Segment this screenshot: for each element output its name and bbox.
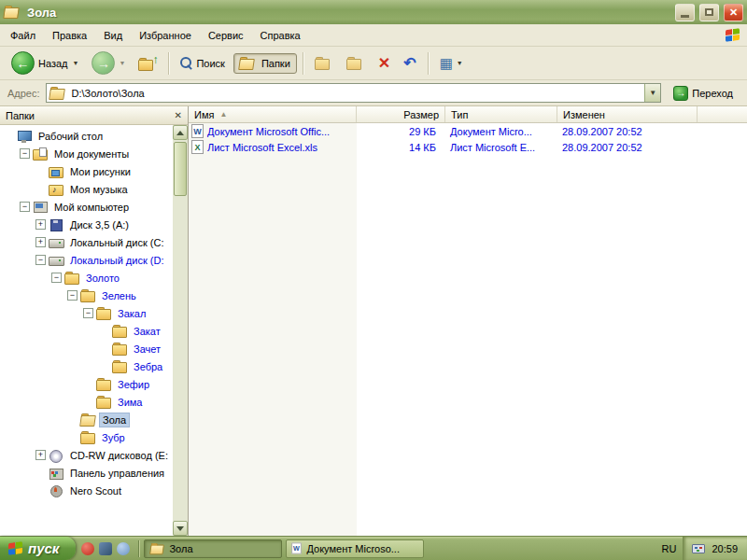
search-button[interactable]: Поиск (175, 53, 231, 73)
address-value[interactable]: D:\Золото\Зола (72, 88, 641, 99)
content-area: Папки ✕ Рабочий стол − Мои документы (0, 106, 747, 536)
sort-ascending-icon: ▲ (219, 110, 227, 119)
music-folder-icon (49, 183, 63, 196)
tree-item-zebra[interactable]: Зебра (0, 357, 173, 375)
tree-item-zoloto[interactable]: − Золото (0, 269, 173, 287)
hard-drive-icon (49, 254, 63, 267)
undo-button[interactable]: ↶ (398, 52, 421, 75)
go-button[interactable]: → Переход (667, 83, 740, 104)
forward-button[interactable]: → ▼ (86, 48, 131, 78)
scrollbar-thumb[interactable] (174, 142, 187, 196)
back-button[interactable]: ← Назад ▼ (6, 48, 84, 78)
tree-item-zelen[interactable]: − Зелень (0, 287, 173, 304)
menu-favorites[interactable]: Избранное (131, 27, 200, 44)
folder-icon (112, 360, 127, 373)
collapse-toggle-icon[interactable]: − (83, 308, 93, 318)
search-icon (180, 57, 192, 69)
menu-tools[interactable]: Сервис (200, 27, 252, 44)
toolbar-separator (168, 52, 169, 75)
address-dropdown-button[interactable]: ▼ (644, 84, 660, 102)
tree-item-floppy-a[interactable]: + Диск 3,5 (A:) (0, 216, 173, 233)
views-button[interactable]: ▦ ▼ (434, 52, 469, 74)
column-header-size[interactable]: Размер (357, 106, 445, 122)
close-button[interactable]: ✕ (724, 4, 743, 21)
folders-button[interactable]: Папки (233, 53, 297, 74)
delete-icon: ✕ (378, 56, 390, 71)
collapse-toggle-icon[interactable]: − (20, 202, 30, 212)
address-label: Адрес: (7, 88, 40, 99)
tree-item-control-panel[interactable]: Панель управления (0, 464, 173, 482)
tree-item-zachet[interactable]: Зачет (0, 340, 173, 357)
file-row-word-doc[interactable]: Документ Microsoft Offic... 29 КБ Докуме… (189, 123, 747, 139)
folders-pane-close-icon[interactable]: ✕ (175, 110, 182, 120)
task-button-zola[interactable]: Зола (144, 539, 282, 558)
expand-toggle-icon[interactable]: + (35, 219, 46, 230)
menu-bar: Файл Правка Вид Избранное Сервис Справка (0, 24, 747, 47)
tree-item-zima[interactable]: Зима (0, 393, 173, 411)
forward-dropdown-icon: ▼ (119, 60, 125, 66)
system-tray: 20:59 (683, 537, 747, 560)
folder-icon (80, 431, 95, 444)
collapse-toggle-icon[interactable]: − (67, 290, 78, 301)
floppy-drive-icon (49, 218, 63, 231)
menu-file[interactable]: Файл (2, 27, 44, 44)
minimize-button[interactable] (675, 4, 695, 21)
folders-pane: Папки ✕ Рабочий стол − Мои документы (0, 106, 189, 536)
address-input[interactable]: D:\Золото\Зола ▼ (46, 83, 662, 103)
quicklaunch-icon-3[interactable] (117, 542, 130, 555)
column-header-type[interactable]: Тип (445, 106, 557, 122)
title-bar: Зола ✕ (0, 0, 747, 24)
delete-button[interactable]: ✕ (373, 52, 396, 75)
move-to-button[interactable] (309, 53, 339, 74)
tree-item-my-pictures[interactable]: Мои рисунки (0, 162, 173, 180)
restore-button[interactable] (699, 4, 719, 21)
tray-keyboard-icon[interactable] (692, 544, 705, 553)
tree-scrollbar[interactable] (173, 125, 188, 536)
scroll-down-icon (176, 526, 184, 531)
collapse-toggle-icon[interactable]: − (20, 148, 30, 159)
folder-icon (64, 272, 79, 285)
task-button-word-document[interactable]: Документ Microso... (286, 539, 424, 558)
tree-item-disk-d[interactable]: − Локальный диск (D: (0, 251, 173, 269)
scroll-down-button[interactable] (173, 521, 188, 536)
tree-item-zakat[interactable]: Закат (0, 322, 173, 340)
quicklaunch-icon-1[interactable] (81, 542, 94, 555)
start-button[interactable]: пуск (0, 537, 76, 560)
tree-item-nero-scout[interactable]: Nero Scout (0, 482, 173, 499)
collapse-toggle-icon[interactable]: − (51, 273, 62, 283)
folder-icon (112, 325, 127, 338)
back-dropdown-icon[interactable]: ▼ (73, 60, 79, 66)
back-icon: ← (11, 51, 35, 75)
tree-item-zola-selected[interactable]: Зола (0, 411, 173, 428)
column-header-modified[interactable]: Изменен (557, 106, 698, 122)
tree-item-disk-c[interactable]: + Локальный диск (C: (0, 233, 173, 251)
tree-item-zubr[interactable]: Зубр (0, 428, 173, 446)
column-header-filler (698, 106, 747, 122)
tree-item-zakal[interactable]: − Закал (0, 304, 173, 322)
copy-to-button[interactable] (341, 53, 371, 74)
menu-edit[interactable]: Правка (44, 27, 95, 44)
expand-toggle-icon[interactable]: + (35, 237, 46, 247)
scrollbar-track[interactable] (173, 140, 188, 521)
tree-item-desktop[interactable]: Рабочий стол (0, 127, 173, 145)
tree-item-my-documents[interactable]: − Мои документы (0, 145, 173, 162)
file-row-excel-sheet[interactable]: Лист Microsoft Excel.xls 14 КБ Лист Micr… (189, 139, 747, 155)
collapse-toggle-icon[interactable]: − (35, 255, 46, 265)
menu-help[interactable]: Справка (252, 27, 309, 44)
language-indicator[interactable]: RU (655, 543, 684, 554)
tree-item-cdrw-e[interactable]: + CD-RW дисковод (E: (0, 446, 173, 464)
menu-view[interactable]: Вид (95, 27, 131, 44)
control-panel-icon (49, 467, 63, 480)
expand-toggle-icon[interactable]: + (35, 450, 46, 460)
up-button[interactable]: ↑ (133, 51, 162, 76)
tree-item-zefir[interactable]: Зефир (0, 375, 173, 393)
tree-item-my-computer[interactable]: − Мой компьютер (0, 198, 173, 216)
desktop-icon (17, 130, 32, 143)
taskbar-clock[interactable]: 20:59 (712, 543, 738, 554)
folders-pane-header: Папки ✕ (0, 106, 188, 125)
scroll-up-button[interactable] (173, 125, 188, 140)
column-header-name[interactable]: Имя ▲ (189, 106, 357, 122)
quicklaunch-icon-2[interactable] (99, 542, 112, 555)
file-type: Документ Micro... (445, 126, 557, 137)
tree-item-my-music[interactable]: Моя музыка (0, 180, 173, 198)
